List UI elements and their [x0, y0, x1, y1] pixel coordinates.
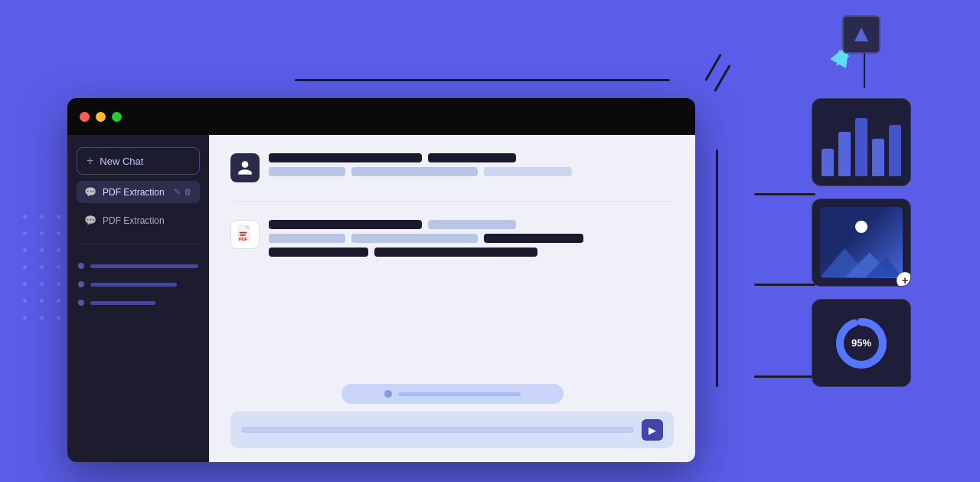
chat-icon-2: 💬 [84, 215, 96, 226]
upload-bar [398, 392, 521, 396]
bottom-bar-2 [90, 283, 177, 287]
sidebar-item-pdf-extraction-1[interactable]: 💬 PDF Extraction ✎ 🗑 [77, 181, 200, 203]
tag-icon [853, 26, 870, 43]
user-message [230, 153, 674, 182]
bar-3 [855, 118, 867, 176]
image-widget: + [812, 198, 911, 287]
bar-chart-widget [812, 98, 911, 186]
send-button[interactable]: ▶ [642, 419, 663, 441]
text-block [374, 248, 537, 257]
bottom-dot-1 [78, 263, 84, 269]
sidebar-item-label-1: PDF Extraction [103, 187, 165, 198]
delete-icon[interactable]: 🗑 [184, 187, 192, 197]
text-block [351, 167, 478, 176]
chat-input-area: ▶ [209, 375, 695, 462]
chat-messages: PDF [209, 135, 695, 375]
edit-icon[interactable]: ✎ [174, 187, 181, 197]
text-block [484, 167, 572, 176]
donut-chart: 95% [834, 316, 889, 371]
sidebar-item-label-2: PDF Extraction [103, 215, 165, 226]
deco-vline [716, 149, 718, 387]
message-divider [230, 201, 674, 202]
tag-bag [842, 15, 880, 54]
sun-icon [855, 221, 867, 233]
wire-connector-2 [754, 284, 815, 286]
bottom-bar-3 [90, 301, 155, 305]
send-icon: ▶ [648, 425, 656, 436]
chat-input-field[interactable] [241, 427, 634, 433]
maximize-button[interactable] [112, 112, 122, 122]
ai-message: PDF [230, 220, 674, 257]
tag-string [864, 50, 865, 88]
text-block [269, 234, 345, 243]
title-bar [67, 98, 695, 135]
app-window: + New Chat 💬 PDF Extraction ✎ 🗑 💬 PDF Ex… [67, 98, 695, 462]
user-message-line-1 [269, 153, 674, 162]
chat-icon: 💬 [84, 186, 96, 198]
bar-5 [889, 125, 901, 176]
sidebar-divider [77, 244, 200, 244]
bottom-dot-3 [78, 300, 84, 306]
sidebar-bottom-item-1 [77, 260, 200, 272]
text-block [351, 234, 478, 243]
wire-connector-3 [754, 375, 815, 378]
text-block [269, 220, 422, 229]
text-block [484, 234, 583, 243]
ai-message-line-2 [269, 234, 674, 243]
ai-message-content [269, 220, 674, 257]
minimize-button[interactable] [96, 112, 106, 122]
new-chat-button[interactable]: + New Chat [77, 147, 200, 175]
close-button[interactable] [80, 112, 90, 122]
donut-progress: 95% [812, 300, 910, 386]
svg-rect-4 [240, 232, 247, 234]
wire-connector-1 [754, 193, 815, 195]
sidebar-bottom-item-2 [77, 278, 200, 290]
bottom-bar-1 [90, 264, 198, 268]
bottom-dot-2 [78, 281, 84, 287]
progress-label: 95% [834, 316, 889, 371]
text-block [269, 153, 422, 162]
new-chat-label: New Chat [100, 156, 143, 167]
svg-marker-0 [854, 28, 868, 41]
mountain-svg [820, 235, 903, 278]
upload-dot [384, 390, 392, 398]
app-body: + New Chat 💬 PDF Extraction ✎ 🗑 💬 PDF Ex… [67, 135, 695, 462]
background: + New Chat 💬 PDF Extraction ✎ 🗑 💬 PDF Ex… [0, 0, 980, 482]
ai-message-line-1 [269, 220, 674, 229]
pdf-avatar: PDF [230, 220, 260, 249]
bar-1 [822, 149, 834, 176]
right-panel: + 95% [812, 98, 911, 387]
add-image-button[interactable]: + [897, 272, 911, 287]
svg-text:PDF: PDF [239, 237, 248, 241]
bar-4 [872, 139, 884, 176]
plus-icon: + [87, 154, 93, 168]
text-block [428, 153, 516, 162]
text-block [428, 220, 516, 229]
ai-message-line-3 [269, 248, 674, 257]
progress-widget: 95% [812, 299, 911, 387]
bar-2 [838, 132, 851, 176]
user-message-line-2 [269, 167, 674, 176]
deco-slash-2 [714, 64, 731, 92]
deco-slash-1 [704, 54, 722, 81]
text-block [269, 248, 368, 257]
image-preview: + [812, 199, 910, 286]
deco-line [295, 79, 670, 81]
sidebar: + New Chat 💬 PDF Extraction ✎ 🗑 💬 PDF Ex… [67, 135, 209, 462]
svg-rect-5 [240, 234, 246, 236]
sidebar-item-actions: ✎ 🗑 [174, 187, 192, 197]
user-avatar [230, 153, 260, 182]
chat-input-row: ▶ [230, 412, 674, 448]
bar-chart [812, 99, 910, 185]
chat-area: PDF [209, 135, 695, 462]
user-message-content [269, 153, 674, 176]
sidebar-bottom-item-3 [77, 297, 200, 309]
pdf-icon: PDF [235, 225, 255, 244]
text-block [269, 167, 345, 176]
upload-indicator [341, 384, 564, 404]
sidebar-bottom-items [77, 260, 200, 309]
sidebar-item-pdf-extraction-2[interactable]: 💬 PDF Extraction [77, 209, 200, 231]
user-icon [237, 159, 253, 176]
image-placeholder [820, 207, 903, 278]
